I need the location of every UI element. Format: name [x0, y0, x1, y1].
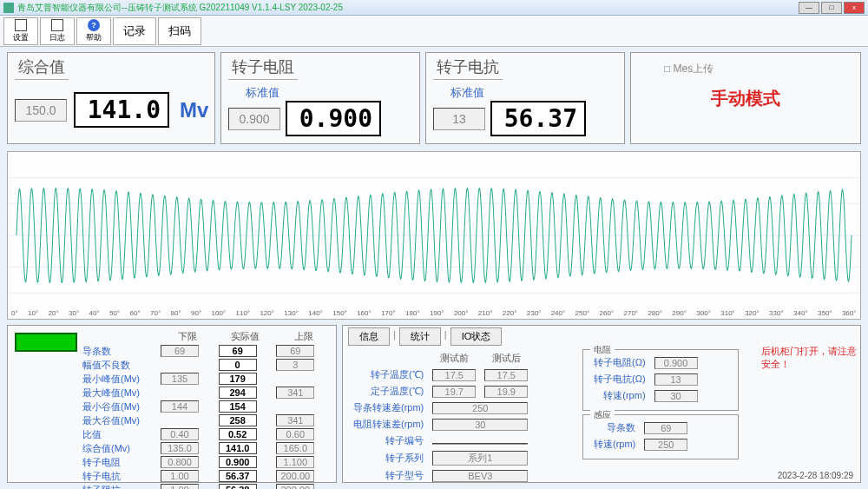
rotor-resistance-title: 转子电阻 [228, 56, 298, 80]
tab-io[interactable]: IO状态 [450, 327, 503, 346]
tab-info[interactable]: 信息 [348, 327, 390, 346]
params-panel: 下限实际值上限 导条数 69 69 69幅值不良数 0 3最小峰值(Mv) 13… [7, 325, 337, 483]
param-label: 综合值(Mv) [81, 441, 159, 455]
composite-panel: 综合值 150.0 141.0 Mv [7, 52, 215, 144]
rotor-model: BEV3 [432, 470, 528, 482]
param-low: 0.800 [161, 456, 199, 468]
resist-rpm: 30 [654, 390, 698, 402]
param-low: 135 [161, 373, 199, 385]
param-up: 200.00 [276, 484, 314, 489]
param-label: 最小谷值(Mv) [81, 400, 159, 413]
param-up: 200.00 [276, 470, 314, 482]
info-panel: 信息| 统计| IO状态 测试前测试后 转子温度(℃)17.517.5 定子温度… [342, 325, 861, 483]
param-low: 1.00 [161, 470, 199, 482]
induct-rpm: 250 [644, 439, 687, 451]
stator-temp-before: 19.7 [432, 386, 476, 398]
record-button[interactable]: 记录 [113, 17, 156, 45]
param-label: 比值 [81, 427, 159, 441]
param-low: 135.0 [161, 442, 199, 454]
param-actual: 56.38 [219, 484, 257, 489]
chart-x-axis: 0°10°20°30°40°50°60°70°80°90°100°110°120… [8, 309, 860, 317]
param-label: 幅值不良数 [81, 358, 159, 372]
rotor-temp-after: 17.5 [484, 369, 528, 381]
mes-upload-checkbox[interactable]: □ Mes上传 [664, 62, 853, 76]
std-label: 标准值 [450, 85, 617, 101]
minimize-button[interactable]: — [799, 2, 819, 14]
tab-stats[interactable]: 统计 [399, 327, 441, 346]
col-actual: 实际值 [217, 329, 275, 344]
param-actual: 258 [219, 414, 257, 426]
stator-temp-after: 19.9 [484, 386, 528, 398]
param-label: 转子电阻 [81, 455, 159, 469]
param-up: 3 [276, 359, 314, 371]
param-actual: 69 [219, 345, 257, 357]
rotor-series: 系列1 [432, 451, 528, 466]
col-lower: 下限 [159, 329, 217, 344]
param-actual: 56.37 [219, 470, 257, 482]
param-actual: 0 [219, 359, 257, 371]
resist-r: 0.900 [654, 357, 698, 369]
induct-bars: 69 [644, 422, 687, 434]
h-before: 测试前 [429, 351, 479, 366]
rotor-resistance-panel: 转子电阻 标准值 0.900 0.900 [220, 52, 420, 144]
param-actual: 0.52 [219, 428, 257, 440]
help-icon: ? [88, 19, 100, 31]
help-button[interactable]: ?帮助 [76, 17, 111, 45]
param-up: 0.60 [276, 428, 314, 440]
log-button[interactable]: 日志 [40, 17, 75, 45]
param-label: 最大峰值(Mv) [81, 386, 159, 400]
warning-text: 后机柜门打开，请注意安全！ [761, 345, 857, 371]
composite-value: 141.0 [74, 92, 169, 128]
param-up: 165.0 [276, 442, 314, 454]
settings-icon [15, 19, 27, 31]
induction-fieldset: 感应 导条数69 转速(rpm)250 [582, 414, 739, 459]
param-up: 341 [276, 387, 314, 399]
rotor-reactance-panel: 转子电抗 标准值 13 56.37 [425, 52, 625, 144]
mode-panel: □ Mes上传 手动模式 [630, 52, 861, 144]
col-upper: 上限 [274, 329, 332, 344]
param-label: 导条数 [81, 344, 159, 358]
param-low: 69 [161, 345, 199, 357]
resistance-fieldset: 电阻 转子电阻(Ω)0.900 转子电抗(Ω)13 转速(rpm)30 [582, 349, 739, 411]
param-label: 最小峰值(Mv) [81, 372, 159, 386]
param-low: 144 [161, 400, 199, 413]
param-low: 0.40 [161, 428, 199, 440]
log-icon [51, 19, 63, 31]
composite-unit: Mv [180, 98, 208, 122]
settings-button[interactable]: 设置 [3, 17, 38, 45]
param-up: 69 [276, 345, 314, 357]
rotor-temp-before: 17.5 [432, 369, 476, 381]
mode-label: 手动模式 [638, 87, 853, 110]
app-icon [3, 3, 14, 13]
param-label: 转子电抗 [81, 469, 159, 483]
param-up: 341 [276, 414, 314, 426]
toolbar: 设置 日志 ?帮助 记录 扫码 [0, 16, 868, 47]
resist-x: 13 [654, 373, 698, 386]
h-after: 测试后 [481, 351, 531, 366]
rotor-id[interactable] [432, 443, 528, 445]
param-actual: 0.900 [219, 456, 257, 468]
reactance-std: 13 [433, 108, 485, 130]
resist-speed-diff: 30 [432, 419, 528, 431]
timestamp: 2023-2-28 18:09:29 [778, 471, 853, 480]
param-low: 1.00 [161, 484, 199, 489]
bar-speed-diff: 250 [432, 402, 528, 414]
maximize-button[interactable]: □ [821, 2, 842, 14]
param-actual: 294 [219, 387, 257, 399]
resistance-value: 0.900 [286, 101, 381, 136]
composite-title: 综合值 [15, 56, 69, 80]
scan-button[interactable]: 扫码 [158, 17, 201, 45]
reactance-value: 56.37 [490, 101, 586, 136]
std-label: 标准值 [246, 85, 412, 101]
param-label: 最大谷值(Mv) [81, 413, 159, 427]
status-indicator [15, 333, 77, 352]
composite-ref: 150.0 [15, 99, 67, 122]
waveform-chart: 0°10°20°30°40°50°60°70°80°90°100°110°120… [7, 151, 861, 320]
close-button[interactable]: x [844, 2, 865, 14]
param-actual: 179 [219, 373, 257, 385]
param-label: 转子阻抗 [81, 483, 159, 489]
param-actual: 154 [219, 400, 257, 413]
window-title: 青岛艾普智能仪器有限公司--压铸转子测试系统 G202211049 V1.1.4… [17, 2, 799, 14]
param-actual: 141.0 [219, 442, 257, 454]
titlebar: 青岛艾普智能仪器有限公司--压铸转子测试系统 G202211049 V1.1.4… [0, 0, 868, 16]
